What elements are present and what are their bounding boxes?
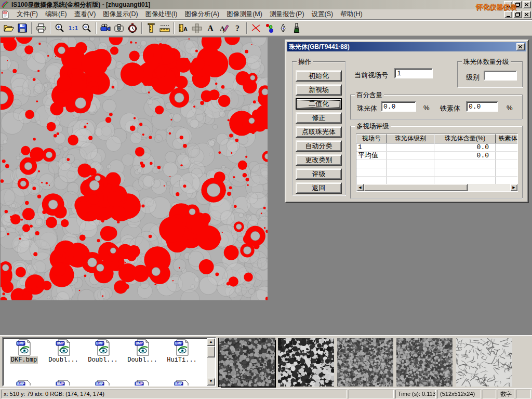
init-button[interactable]: 初始化 xyxy=(296,70,342,82)
thumbnail-1[interactable] xyxy=(219,338,275,387)
level-input[interactable] xyxy=(484,71,517,81)
camera-icon[interactable] xyxy=(112,21,126,34)
svg-text:BMP: BMP xyxy=(136,382,143,385)
menu-item-image-measure[interactable]: 图像测量(M) xyxy=(223,9,266,20)
pen-icon[interactable] xyxy=(276,21,290,34)
video-camera-icon[interactable] xyxy=(99,21,112,34)
save-icon[interactable] xyxy=(16,21,29,34)
table-row-empty xyxy=(356,160,517,168)
thumbnail-4[interactable] xyxy=(396,338,453,387)
menu-item-image-display[interactable]: 图像显示(D) xyxy=(99,9,141,20)
table-row[interactable]: 1 0.0 xyxy=(356,143,517,152)
document-icon[interactable]: DOC xyxy=(2,10,10,19)
thumbnail-3[interactable] xyxy=(337,338,393,387)
status-empty-1 xyxy=(349,390,394,398)
caliper-icon[interactable] xyxy=(144,21,158,34)
pearlite-input[interactable] xyxy=(381,101,416,112)
file-item[interactable]: BMP Doubl... xyxy=(83,339,123,364)
table-row[interactable]: 平均值 0.0 xyxy=(356,152,517,160)
dialog-title-bar[interactable]: 珠光体(GB/T9441-88) xyxy=(287,42,526,51)
file-item[interactable]: BMP Doubl... xyxy=(123,339,162,364)
change-class-button[interactable]: 更改类别 xyxy=(296,154,342,166)
scroll-left-icon[interactable]: ◀ xyxy=(356,184,364,191)
auto-classify-button[interactable]: 自动分类 xyxy=(296,140,342,152)
workspace: 珠光体(GB/T9441-88) 操作 初始化 新视场 二值化 修正 点取珠光体… xyxy=(0,36,532,335)
hscroll-track[interactable] xyxy=(468,184,510,191)
text-edit-icon[interactable]: A xyxy=(217,21,231,34)
grade-button[interactable]: 评级 xyxy=(296,168,342,180)
pearlite-label: 珠光体 xyxy=(357,104,377,113)
mdi-close-icon[interactable] xyxy=(523,11,531,18)
file-name[interactable]: Doubl... xyxy=(87,356,119,364)
svg-text:DOC: DOC xyxy=(3,11,7,14)
pick-pearlite-button[interactable]: 点取珠光体 xyxy=(296,126,342,138)
status-bar: x: 510 y: 79 idx: 0 RGB: (174, 174, 174)… xyxy=(0,388,532,399)
brush-icon[interactable] xyxy=(290,21,303,34)
menu-item-view[interactable]: 查看(V) xyxy=(71,9,100,20)
file-listbox[interactable]: BMP DKF.bmp BMP Doubl... BMP Doubl... BM… xyxy=(2,337,216,387)
dialog-close-icon[interactable] xyxy=(516,43,525,50)
menu-item-edit[interactable]: 编辑(E) xyxy=(42,9,71,20)
classify-balls-icon[interactable]: 3 xyxy=(263,21,276,34)
file-item[interactable]: BMP xyxy=(4,380,44,387)
menu-item-image-process[interactable]: 图像处理(I) xyxy=(142,9,181,20)
app-icon xyxy=(1,1,9,9)
level-label: 级别 xyxy=(466,73,480,82)
grading-table-header: 视场号 珠光体级别 珠光体含量(%) 铁素体含量(%) xyxy=(356,134,517,143)
operations-group: 操作 初始化 新视场 二值化 修正 点取珠光体 自动分类 更改类别 评级 返回 xyxy=(292,61,345,195)
menu-item-image-analysis[interactable]: 图像分析(A) xyxy=(181,9,223,20)
file-item[interactable]: BMP xyxy=(123,380,162,387)
binarize-button[interactable]: 二值化 xyxy=(296,98,342,110)
file-list-vscrollbar[interactable]: ▲ ▼ xyxy=(207,338,215,385)
open-folder-icon[interactable] xyxy=(2,21,16,34)
restore-icon[interactable] xyxy=(513,1,522,8)
scroll-up-icon[interactable]: ▲ xyxy=(207,338,215,346)
curve-erase-icon[interactable] xyxy=(249,21,263,34)
file-item[interactable]: BMP HuiTi... xyxy=(162,339,202,364)
file-name[interactable]: DKF.bmp xyxy=(10,356,38,364)
actual-size-icon[interactable]: 1:1 xyxy=(66,21,80,34)
help-icon[interactable]: ? xyxy=(231,21,244,34)
zoom-out-icon[interactable] xyxy=(80,21,94,34)
correct-button[interactable]: 修正 xyxy=(296,112,342,124)
scroll-right-icon[interactable]: ▶ xyxy=(510,184,517,191)
thumbnail-2[interactable] xyxy=(278,338,334,387)
cell-level xyxy=(387,143,434,151)
menu-item-measure-report[interactable]: 测量报告(P) xyxy=(266,9,308,20)
print-icon[interactable] xyxy=(34,21,48,34)
svg-text:BMP: BMP xyxy=(17,382,25,385)
minimize-icon[interactable] xyxy=(504,1,512,8)
thumbnail-5[interactable] xyxy=(456,338,512,387)
menu-item-file[interactable]: 文件(F) xyxy=(13,9,42,20)
menu-item-help[interactable]: 帮助(H) xyxy=(337,9,366,20)
pearlite-unit: % xyxy=(423,104,430,112)
scroll-down-icon[interactable]: ▼ xyxy=(207,378,215,385)
timer-icon[interactable] xyxy=(126,21,139,34)
file-item[interactable]: BMP xyxy=(162,380,202,387)
return-button[interactable]: 返回 xyxy=(296,182,342,194)
file-name[interactable]: Doubl... xyxy=(47,356,79,364)
mdi-restore-icon[interactable] xyxy=(513,11,522,18)
close-icon[interactable] xyxy=(523,1,531,8)
file-name[interactable]: HuiTi... xyxy=(166,356,198,364)
file-name[interactable]: Doubl... xyxy=(126,356,158,364)
file-item[interactable]: BMP DKF.bmp xyxy=(4,339,44,364)
mdi-minimize-icon[interactable] xyxy=(504,11,512,18)
file-item[interactable]: BMP xyxy=(83,380,123,387)
ruler-icon[interactable] xyxy=(158,21,171,34)
table-hscrollbar[interactable]: ◀ ▶ xyxy=(356,184,517,191)
zoom-in-icon[interactable] xyxy=(53,21,66,34)
file-item[interactable]: BMP Doubl... xyxy=(44,339,83,364)
text-label-icon[interactable]: A xyxy=(204,21,217,34)
table-row-empty xyxy=(356,168,517,177)
hscroll-thumb[interactable] xyxy=(364,184,468,191)
main-image[interactable] xyxy=(1,37,268,300)
measure-text-icon[interactable]: A xyxy=(177,21,190,34)
current-field-input[interactable] xyxy=(394,68,433,78)
grid-icon[interactable] xyxy=(190,21,204,34)
menu-item-settings[interactable]: 设置(S) xyxy=(308,9,337,20)
vscroll-thumb[interactable] xyxy=(207,346,215,357)
new-field-button[interactable]: 新视场 xyxy=(296,84,342,96)
ferrite-input[interactable] xyxy=(466,101,498,112)
file-item[interactable]: BMP xyxy=(44,380,83,387)
